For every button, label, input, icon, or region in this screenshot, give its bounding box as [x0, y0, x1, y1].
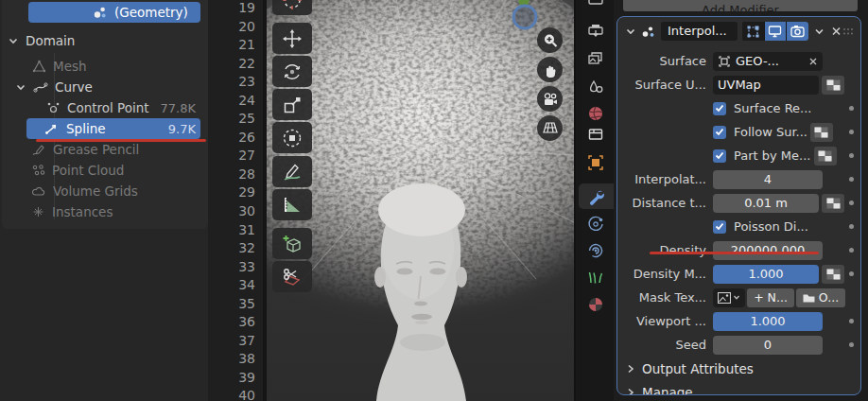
drag-handle-icon[interactable]: [842, 27, 856, 36]
attribute-toggle-icon[interactable]: [822, 265, 844, 284]
animate-dot[interactable]: [849, 271, 854, 276]
follow-surface-checkbox[interactable]: [713, 126, 726, 139]
field-label: Surface: [621, 54, 706, 68]
close-icon[interactable]: [830, 26, 842, 37]
tree-item-spline[interactable]: Spline 9.7K: [0, 118, 208, 139]
camera-view-icon[interactable]: [537, 86, 563, 112]
annotation-underline-density: [650, 252, 819, 254]
animate-dot[interactable]: [849, 342, 854, 347]
pan-hand-icon[interactable]: [537, 57, 563, 82]
dataset-geometry[interactable]: (Geometry): [0, 2, 208, 23]
move-tool[interactable]: [272, 23, 312, 54]
chevron-down-icon: [8, 35, 19, 46]
animate-dot[interactable]: [849, 130, 854, 134]
tree-item-mesh[interactable]: Mesh: [0, 56, 208, 77]
realtime-display-toggle[interactable]: [765, 22, 787, 41]
surface-uv-value: UVMap: [718, 76, 761, 95]
hair-head-render: [267, 0, 574, 401]
surface-uv-field[interactable]: UVMap: [713, 76, 819, 95]
tree-item-curve[interactable]: Curve: [0, 77, 208, 97]
density-max-slider[interactable]: 1.000: [713, 265, 819, 284]
tree-item-control-point[interactable]: Control Point 77.8K: [0, 97, 208, 118]
object-constraints-tab[interactable]: [586, 241, 605, 260]
3d-viewport[interactable]: [267, 0, 574, 401]
manage-subpanel[interactable]: Manage: [617, 380, 860, 395]
add-modifier-button[interactable]: Add Modifier: [623, 0, 858, 11]
attribute-toggle-icon[interactable]: [822, 194, 844, 213]
texture-open-button[interactable]: O...: [796, 288, 845, 307]
row-number: 30: [208, 202, 263, 221]
point-cloud-icon: [31, 164, 45, 177]
modifier-name-field[interactable]: Interpol...: [661, 22, 738, 41]
modifier-header: Interpol...: [617, 17, 860, 44]
poisson-checkbox[interactable]: [713, 220, 726, 234]
curve-icon: [33, 80, 48, 94]
interpolation-value-field[interactable]: 4: [713, 170, 823, 189]
tree-item-grease-pencil[interactable]: Grease Pencil: [0, 139, 208, 160]
extras-chevron-icon[interactable]: [813, 26, 825, 37]
output-attributes-subpanel[interactable]: Output Attributes: [617, 357, 860, 380]
interpolation-row: Interpolat... 4: [617, 167, 860, 191]
tree-item-instances[interactable]: Instances: [0, 201, 208, 222]
collection-tab[interactable]: [586, 125, 605, 144]
cursor-tool[interactable]: [272, 0, 312, 15]
add-cube-tool[interactable]: [272, 228, 312, 259]
tree-item-point-cloud[interactable]: Point Cloud: [0, 160, 208, 181]
seed-value-field[interactable]: 0: [713, 336, 823, 355]
output-tab[interactable]: [586, 22, 605, 41]
tree-item-label: Volume Grids: [53, 183, 138, 199]
modifiers-tab[interactable]: [586, 186, 605, 205]
expand-chevron-icon[interactable]: [625, 26, 636, 37]
density-value-field[interactable]: 200000.000: [713, 241, 823, 260]
distance-value-field[interactable]: 0.01 m: [713, 194, 819, 213]
part-by-mesh-checkbox[interactable]: [713, 149, 726, 163]
image-icon: [718, 292, 731, 304]
animate-dot[interactable]: [849, 177, 854, 182]
rotate-tool[interactable]: [272, 56, 312, 87]
grid-ortho-icon[interactable]: [537, 115, 563, 141]
animate-dot[interactable]: [849, 200, 854, 205]
distance-row: Distance t... 0.01 m: [617, 191, 860, 215]
scene-tab[interactable]: [586, 78, 605, 96]
render-display-toggle[interactable]: [787, 22, 808, 41]
object-tab[interactable]: [586, 153, 605, 172]
tree-item-label: Point Cloud: [52, 163, 124, 178]
scissors-tool[interactable]: [272, 261, 312, 292]
material-tab[interactable]: [586, 295, 605, 314]
measure-tool[interactable]: [272, 189, 312, 220]
animate-dot[interactable]: [849, 224, 854, 229]
annotate-tool[interactable]: [272, 156, 312, 187]
row-number: 20: [208, 18, 263, 37]
attribute-toggle-icon[interactable]: [810, 123, 833, 142]
animate-dot[interactable]: [849, 319, 854, 323]
subpanel-label: Manage: [642, 385, 693, 396]
chevron-right-icon: [626, 363, 635, 375]
scale-tool[interactable]: [272, 89, 312, 120]
render-tab[interactable]: [586, 0, 605, 9]
view-layer-tab[interactable]: [586, 49, 605, 68]
row-number: 24: [208, 92, 263, 111]
object-data-tab[interactable]: [586, 268, 605, 287]
attribute-toggle-icon[interactable]: [822, 76, 844, 95]
texture-browse-button[interactable]: [713, 288, 745, 307]
viewport-amount-slider[interactable]: 1.000: [713, 312, 823, 331]
animate-dot[interactable]: [849, 153, 854, 158]
physics-tab[interactable]: [586, 215, 605, 234]
row-number: 32: [208, 239, 263, 258]
zoom-icon[interactable]: [537, 27, 563, 53]
animate-dot[interactable]: [849, 248, 854, 253]
tree-item-volume-grids[interactable]: Volume Grids: [0, 181, 208, 201]
animate-dot[interactable]: [849, 106, 854, 111]
surface-object-field[interactable]: GEO-...: [713, 52, 823, 71]
attribute-toggle-icon[interactable]: [814, 147, 837, 166]
clear-icon[interactable]: [808, 57, 818, 66]
field-label: Density: [621, 243, 706, 257]
surface-rest-checkbox[interactable]: [713, 102, 726, 115]
row-number: 22: [208, 55, 263, 74]
world-tab[interactable]: [586, 104, 605, 123]
part-by-mesh-row: Part by Me...: [617, 144, 860, 167]
texture-new-button[interactable]: + N...: [747, 288, 794, 307]
domain-header[interactable]: Domain: [0, 30, 208, 51]
edit-mode-toggle[interactable]: [742, 22, 764, 41]
transform-tool[interactable]: [272, 122, 312, 153]
